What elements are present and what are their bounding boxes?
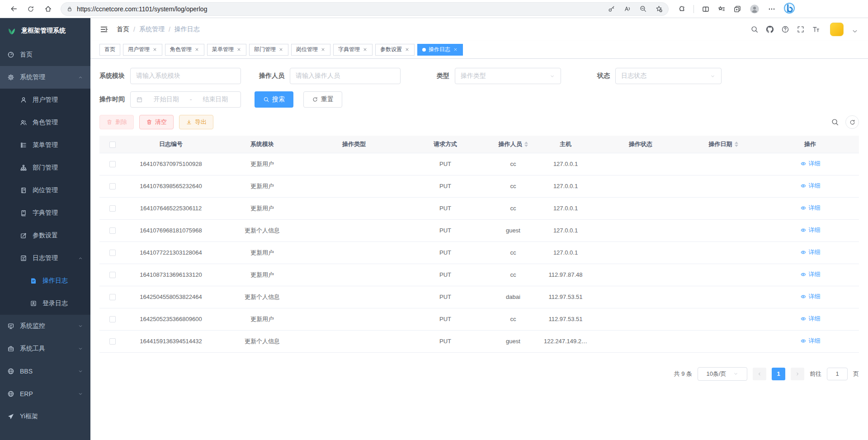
chevron-down-icon[interactable] — [851, 27, 859, 35]
page-size-select[interactable]: 10条/页 — [698, 367, 747, 381]
app-logo[interactable]: 意框架管理系统 — [0, 18, 90, 43]
refresh-button[interactable] — [24, 2, 38, 16]
clear-button[interactable]: 清空 — [139, 115, 174, 129]
sidebar-item-user-management[interactable]: 用户管理 — [0, 89, 90, 111]
sort-asc-icon[interactable] — [524, 142, 528, 144]
tab-home[interactable]: 首页 — [99, 44, 120, 56]
tab-operation-log[interactable]: 操作日志 — [417, 44, 463, 56]
password-icon[interactable] — [608, 5, 615, 13]
operator-input[interactable]: 请输入操作人员 — [290, 68, 401, 84]
column-header-date[interactable]: 操作日期 — [685, 136, 761, 153]
export-button[interactable]: 导出 — [179, 115, 213, 129]
address-bar[interactable]: https://ccnetcore.com:1101/system/log/op… — [61, 2, 669, 16]
type-select[interactable]: 操作类型 — [455, 68, 561, 84]
browser-menu-icon[interactable] — [768, 5, 776, 13]
github-icon[interactable] — [766, 25, 774, 33]
status-select[interactable]: 日志状态 — [615, 68, 722, 84]
tab-user-management[interactable]: 用户管理 — [123, 44, 162, 56]
close-icon[interactable] — [321, 47, 326, 52]
help-icon[interactable] — [781, 25, 789, 33]
sidebar-item-operation-log[interactable]: 操作日志 — [0, 270, 90, 292]
tab-menu-management[interactable]: 菜单管理 — [207, 44, 246, 56]
tab-param-settings[interactable]: 参数设置 — [375, 44, 415, 56]
detail-link[interactable]: 详细 — [800, 204, 821, 212]
sort-caret-icon[interactable] — [735, 142, 738, 147]
close-icon[interactable] — [363, 47, 368, 52]
sort-desc-icon[interactable] — [524, 145, 528, 147]
show-search-icon[interactable] — [831, 118, 839, 126]
detail-link[interactable]: 详细 — [800, 337, 821, 345]
fullscreen-icon[interactable] — [797, 25, 805, 33]
split-screen-icon[interactable] — [702, 5, 710, 13]
sidebar-item-erp[interactable]: ERP — [0, 383, 90, 405]
close-icon[interactable] — [152, 47, 157, 52]
sort-desc-icon[interactable] — [735, 145, 738, 147]
detail-link[interactable]: 详细 — [800, 226, 821, 234]
sort-caret-icon[interactable] — [524, 142, 528, 147]
breadcrumb-item[interactable]: 系统管理 — [139, 25, 165, 33]
module-input[interactable]: 请输入系统模块 — [130, 68, 241, 84]
row-checkbox[interactable] — [109, 338, 116, 345]
sidebar-item-post-management[interactable]: 岗位管理 — [0, 179, 90, 202]
column-header-select[interactable] — [99, 136, 126, 153]
row-checkbox[interactable] — [109, 250, 116, 256]
sidebar-item-log-management[interactable]: 日志管理 — [0, 247, 90, 270]
sidebar-item-param-settings[interactable]: 参数设置 — [0, 224, 90, 247]
detail-link[interactable]: 详细 — [800, 248, 821, 256]
row-checkbox[interactable] — [109, 294, 116, 300]
sidebar-item-home[interactable]: 首页 — [0, 43, 90, 66]
close-icon[interactable] — [453, 47, 458, 52]
prev-page-button[interactable] — [753, 368, 766, 380]
collections-icon[interactable] — [733, 5, 741, 13]
sidebar-item-login-log[interactable]: 登录日志 — [0, 292, 90, 315]
row-checkbox[interactable] — [109, 161, 116, 167]
zoom-out-icon[interactable] — [639, 5, 647, 13]
reset-button[interactable]: 重置 — [303, 91, 342, 108]
delete-button[interactable]: 删除 — [99, 115, 134, 129]
tab-dict-management[interactable]: 字典管理 — [333, 44, 373, 56]
extensions-icon[interactable] — [678, 5, 686, 13]
add-favorite-icon[interactable] — [655, 5, 663, 13]
row-checkbox[interactable] — [109, 205, 116, 212]
sidebar-item-role-management[interactable]: 角色管理 — [0, 111, 90, 134]
sort-asc-icon[interactable] — [735, 142, 738, 144]
user-avatar[interactable] — [830, 23, 844, 36]
browser-profile-icon[interactable] — [749, 4, 760, 14]
search-icon[interactable] — [750, 25, 759, 33]
sidebar-item-system-management[interactable]: 系统管理 — [0, 66, 90, 89]
sidebar-fold-icon[interactable] — [99, 25, 108, 34]
search-button[interactable]: 搜索 — [255, 91, 293, 108]
sidebar-item-system-monitor[interactable]: 系统监控 — [0, 315, 90, 337]
favorites-icon[interactable] — [717, 5, 726, 13]
goto-page-input[interactable]: 1 — [827, 368, 848, 380]
close-icon[interactable] — [194, 47, 199, 52]
url-text[interactable]: https://ccnetcore.com:1101/system/log/op… — [77, 5, 604, 13]
detail-link[interactable]: 详细 — [800, 270, 821, 279]
close-icon[interactable] — [278, 47, 283, 52]
row-checkbox[interactable] — [109, 227, 116, 234]
detail-link[interactable]: 详细 — [800, 293, 821, 301]
column-header-operator[interactable]: 操作人员 — [491, 136, 535, 153]
refresh-table-button[interactable] — [845, 115, 859, 129]
sidebar-item-bbs[interactable]: BBS — [0, 360, 90, 383]
back-button[interactable] — [6, 2, 21, 16]
page-number-1[interactable]: 1 — [772, 368, 785, 380]
read-aloud-icon[interactable] — [623, 5, 631, 13]
sidebar-item-system-tools[interactable]: 系统工具 — [0, 337, 90, 360]
tab-role-management[interactable]: 角色管理 — [165, 44, 204, 56]
sidebar-item-yi-framework[interactable]: Yi框架 — [0, 405, 90, 428]
bing-chat-button[interactable] — [783, 2, 795, 16]
home-button[interactable] — [41, 2, 55, 16]
row-checkbox[interactable] — [109, 316, 116, 322]
sidebar-item-dept-management[interactable]: 部门管理 — [0, 156, 90, 179]
row-checkbox[interactable] — [109, 183, 116, 189]
close-icon[interactable] — [405, 47, 410, 52]
next-page-button[interactable] — [791, 368, 804, 380]
breadcrumb-item[interactable]: 首页 — [117, 25, 129, 33]
close-icon[interactable] — [236, 47, 241, 52]
tab-dept-management[interactable]: 部门管理 — [249, 44, 288, 56]
sidebar-item-dict-management[interactable]: 字典管理 — [0, 202, 90, 224]
select-all-checkbox[interactable] — [109, 142, 116, 148]
detail-link[interactable]: 详细 — [800, 160, 821, 168]
date-range-picker[interactable]: 开始日期 - 结束日期 — [130, 91, 241, 108]
